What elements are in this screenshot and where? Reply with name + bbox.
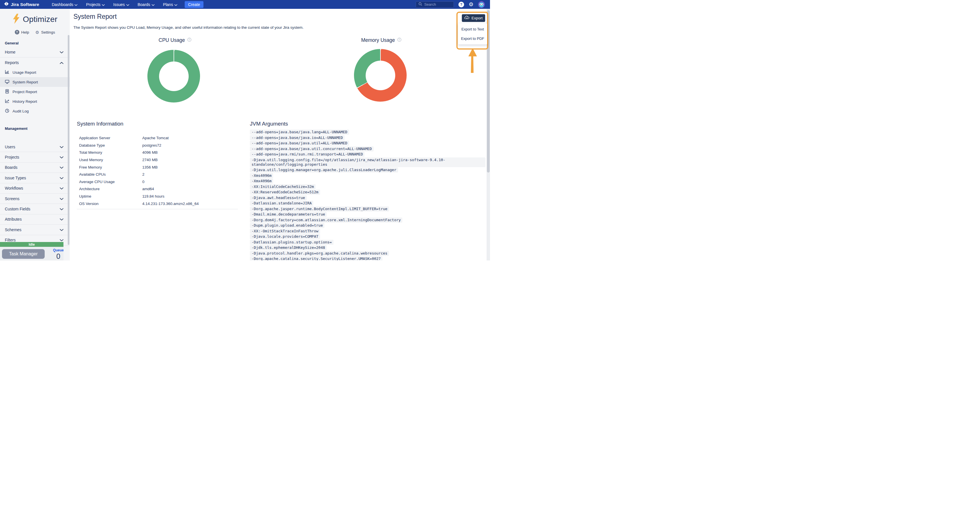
jvm-argument: -Dmail.mime.decodeparameters=true bbox=[250, 212, 327, 217]
sidebar-item-label: Home bbox=[5, 50, 15, 54]
row-label: Available CPUs bbox=[79, 172, 142, 177]
search-input[interactable] bbox=[424, 2, 451, 6]
navbar-search[interactable] bbox=[416, 2, 454, 8]
brand-name: Jira Software bbox=[11, 2, 39, 7]
jvm-argument: -Dupm.plugin.upload.enabled=true bbox=[250, 223, 325, 228]
sidebar-item[interactable]: Schemes bbox=[0, 225, 70, 235]
nav-issues-label: Issues bbox=[113, 2, 125, 7]
lightning-icon bbox=[12, 13, 20, 25]
chevron-down-icon bbox=[60, 217, 64, 221]
nav-issues[interactable]: Issues bbox=[113, 2, 129, 7]
sidebar-item[interactable]: Attributes bbox=[0, 214, 70, 225]
chevron-up-icon bbox=[60, 61, 64, 65]
jvm-argument: --add-opens=java.base/java.util.concurre… bbox=[250, 147, 374, 151]
sidebar-item[interactable]: Users bbox=[0, 142, 70, 152]
jira-brand[interactable]: Jira Software bbox=[4, 2, 39, 7]
table-row: Architecture amd64 bbox=[77, 185, 238, 193]
help-icon[interactable]: ? bbox=[458, 2, 464, 7]
export-button[interactable]: Export bbox=[462, 14, 485, 22]
chevron-down-icon bbox=[60, 186, 64, 190]
sidebar-item[interactable]: Custom Fields bbox=[0, 204, 70, 214]
jvm-argument: -Xms4096m bbox=[250, 173, 273, 178]
info-icon[interactable] bbox=[187, 37, 191, 43]
sidebar-help-button[interactable]: ? Help bbox=[15, 30, 29, 35]
jvm-argument: -Djava.protocol.handler.pkgs=org.apache.… bbox=[250, 251, 389, 256]
main-content: System Report The System Report shows yo… bbox=[70, 9, 487, 260]
sidebar-item-label: Reports bbox=[5, 61, 19, 65]
sidebar-item[interactable]: Workflows bbox=[0, 183, 70, 194]
nav-projects[interactable]: Projects bbox=[86, 2, 105, 7]
jvm-argument: -Djdk.tls.ephemeralDHKeySize=2048 bbox=[250, 245, 327, 250]
jvm-argument: -Xmx4096m bbox=[250, 178, 273, 184]
clock-icon bbox=[5, 108, 10, 114]
status-badge: Idle bbox=[0, 242, 64, 247]
sidebar-item-label: Audit Log bbox=[13, 109, 29, 113]
export-button-label: Export bbox=[471, 16, 483, 20]
row-label: Application Server bbox=[79, 136, 142, 140]
sidebar-item-label: Project Report bbox=[13, 90, 37, 94]
row-value: 1356 MB bbox=[142, 165, 158, 169]
sidebar-item-history-report[interactable]: History Report bbox=[0, 97, 70, 106]
jvm-argument: -XX:ReservedCodeCacheSize=512m bbox=[250, 190, 320, 195]
navbar-menu: Dashboards Projects Issues Boards Plans bbox=[52, 2, 177, 7]
chevron-down-icon bbox=[152, 2, 154, 7]
jvm-argument: -Datlassian.plugins.startup.options= bbox=[250, 240, 334, 245]
gear-icon[interactable]: ⚙ bbox=[469, 2, 474, 7]
table-row: Application Server Apache Tomcat bbox=[77, 134, 238, 142]
sidebar-item-system-report[interactable]: System Report bbox=[0, 77, 70, 87]
memory-chart-title-text: Memory Usage bbox=[361, 37, 395, 43]
row-label: OS Version bbox=[79, 202, 142, 206]
jvm-argument: --add-opens=java.base/java.util=ALL-UNNA… bbox=[250, 141, 349, 146]
sidebar-scrollbar[interactable] bbox=[68, 35, 70, 245]
sidebar-item[interactable]: Issue Types bbox=[0, 173, 70, 183]
bar-chart-icon bbox=[5, 70, 10, 75]
nav-dashboards[interactable]: Dashboards bbox=[52, 2, 78, 7]
nav-plans[interactable]: Plans bbox=[163, 2, 177, 7]
page-title: System Report bbox=[73, 13, 117, 21]
sidebar-item-label: Boards bbox=[5, 165, 18, 170]
export-menu-item[interactable]: Export to Text bbox=[458, 26, 487, 32]
sidebar-quick-links: ? Help ⚙ Settings bbox=[0, 29, 70, 35]
sidebar-item[interactable]: Projects bbox=[0, 152, 70, 162]
sidebar-item-project-report[interactable]: Project Report bbox=[0, 87, 70, 97]
help-icon: ? bbox=[15, 30, 19, 35]
sidebar-item-label: Projects bbox=[5, 155, 19, 159]
jvm-argument: --add-opens=java.base/java.io=ALL-UNNAME… bbox=[250, 135, 345, 140]
jira-optimizer-app: Jira Software Dashboards Projects Issues… bbox=[0, 0, 490, 260]
info-icon[interactable] bbox=[397, 37, 401, 43]
top-navbar: Jira Software Dashboards Projects Issues… bbox=[0, 0, 490, 9]
row-label: Architecture bbox=[79, 187, 142, 191]
sidebar-item[interactable]: Boards bbox=[0, 163, 70, 173]
sidebar-item-home[interactable]: Home bbox=[0, 47, 70, 57]
sidebar-item-audit-log[interactable]: Audit Log bbox=[0, 106, 70, 116]
chevron-down-icon bbox=[60, 50, 64, 54]
sidebar-item-reports[interactable]: Reports bbox=[0, 57, 70, 67]
page-description: The System Report shows you CPU Load, Me… bbox=[73, 25, 304, 30]
nav-boards[interactable]: Boards bbox=[138, 2, 154, 7]
table-row: Available CPUs 2 bbox=[77, 171, 238, 178]
sidebar-item-label: Attributes bbox=[5, 217, 22, 221]
monitor-icon bbox=[5, 80, 10, 85]
nav-projects-label: Projects bbox=[86, 2, 100, 7]
sidebar-item-label: History Report bbox=[13, 99, 37, 104]
jvm-argument: -XX:-OmitStackTraceInFastThrow bbox=[250, 229, 320, 234]
jvm-argument: -Datlassian.standalone=JIRA bbox=[250, 201, 313, 206]
document-icon bbox=[5, 89, 10, 94]
row-value: 4.14.231-173.360.amzn2.x86_64 bbox=[142, 202, 199, 206]
avatar[interactable] bbox=[478, 1, 485, 8]
export-menu-item[interactable]: Export to PDF bbox=[458, 35, 487, 42]
jvm-argument: -Djava.util.logging.config.file=/opt/atl… bbox=[250, 158, 485, 167]
chevron-down-icon bbox=[60, 145, 64, 149]
task-manager-button[interactable]: Task Manager bbox=[2, 249, 45, 259]
sidebar-settings-button[interactable]: ⚙ Settings bbox=[35, 30, 55, 35]
page-scrollbar-thumb[interactable] bbox=[487, 10, 490, 172]
optimizer-logo: Optimizer bbox=[0, 13, 70, 25]
sidebar-item[interactable]: Screens bbox=[0, 194, 70, 204]
chevron-down-icon bbox=[75, 2, 77, 7]
jvm-argument: --add-opens=java.base/java.lang=ALL-UNNA… bbox=[250, 129, 349, 135]
table-row: OS Version 4.14.231-173.360.amzn2.x86_64 bbox=[77, 200, 238, 207]
chevron-down-icon bbox=[102, 2, 105, 7]
sidebar-item-usage-report[interactable]: Usage Report bbox=[0, 67, 70, 77]
table-row: Uptime 119.84 hours bbox=[77, 193, 238, 200]
create-button[interactable]: Create bbox=[185, 1, 204, 8]
